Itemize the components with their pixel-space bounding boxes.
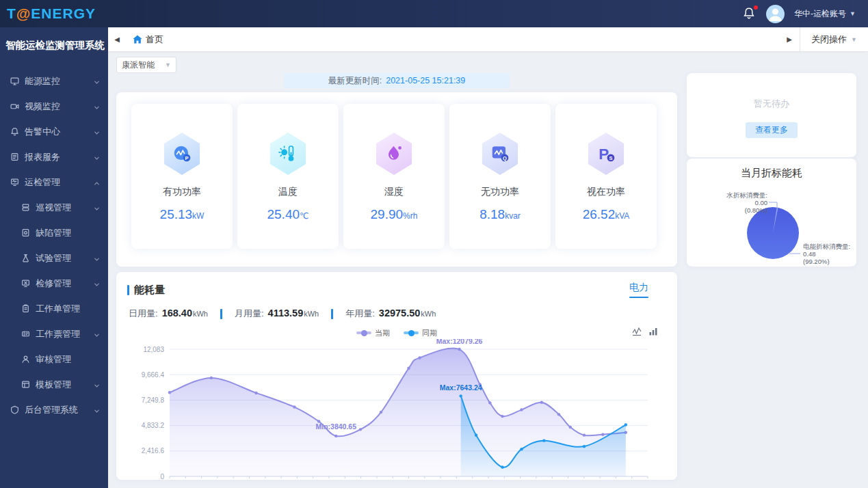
tabbar: ◀ 首页 ▶ 关闭操作 ▼ [108, 27, 868, 52]
logo-at: @ [16, 5, 31, 21]
sidebar-item-label: 运检管理 [25, 176, 60, 189]
sidebar-item-label: 后台管理系统 [25, 404, 78, 416]
template-manage-icon [21, 380, 30, 390]
chevron-down-icon [94, 77, 100, 87]
sidebar-item-ops-manage[interactable]: 运检管理 [0, 170, 108, 195]
ops-manage-icon [10, 178, 19, 187]
overview-panel: P有功功率25.13kW温度25.40℃湿度29.90%rhQ无功功率8.18k… [116, 92, 677, 267]
sidebar-item-label: 工作票管理 [36, 328, 80, 340]
y-axis-tick: 2,416.6 [142, 447, 165, 455]
reactive-power-icon: Q [480, 133, 520, 175]
account-menu[interactable]: 华中-运检账号 ▼ [794, 8, 856, 20]
metric-card-active-power: P有功功率25.13kW [131, 104, 233, 249]
y-axis-tick: 9,666.4 [142, 371, 165, 379]
logo-text: T [7, 5, 16, 21]
defect-manage-icon [21, 228, 30, 238]
active-power-icon: P [162, 133, 202, 175]
stat-separator [331, 309, 333, 319]
energy-monitor-icon [10, 77, 19, 86]
legend-label: 同期 [422, 328, 437, 338]
chart-annotation: Max:12079.26 [436, 339, 483, 345]
sidebar-item-worksheet-manage[interactable]: 工作单管理 [0, 296, 108, 321]
tabs-scroll-left-icon[interactable]: ◀ [108, 36, 126, 43]
metric-label: 无功功率 [481, 186, 519, 198]
app-header: T@ENERGY 华中-运检账号 ▼ [0, 0, 868, 27]
view-more-button[interactable]: 查看更多 [746, 122, 798, 138]
energy-title: 能耗量 [134, 284, 165, 297]
pie-label-water: 水折标消费量: [726, 191, 767, 199]
chart-legend: 当期同期 [116, 328, 677, 338]
metric-unit: kW [192, 211, 204, 221]
stat-separator [220, 309, 222, 319]
chart-type-toggles [632, 327, 658, 339]
sidebar-item-audit-manage[interactable]: 审核管理 [0, 347, 108, 372]
line-chart-toggle-icon[interactable] [632, 327, 642, 339]
temperature-icon [268, 133, 308, 175]
sidebar-item-label: 巡视管理 [36, 202, 71, 214]
update-time-value: 2021-05-25 15:21:39 [386, 76, 465, 85]
sidebar-item-template-manage[interactable]: 模板管理 [0, 372, 108, 397]
sidebar-item-test-manage[interactable]: 试验管理 [0, 245, 108, 271]
chart-annotation: Min:3840.65 [315, 422, 356, 431]
bar-chart-toggle-icon[interactable] [648, 327, 658, 339]
sidebar-item-label: 缺陷管理 [36, 227, 71, 239]
tab-home[interactable]: 首页 [126, 27, 170, 51]
site-select[interactable]: 康派智能 ▼ [116, 57, 176, 73]
metric-value: 26.52kVA [583, 207, 630, 222]
svg-text:P: P [185, 155, 188, 161]
chevron-down-icon [94, 330, 100, 340]
notification-dot [754, 5, 758, 10]
metric-value: 29.90%rh [371, 207, 418, 222]
avatar[interactable] [766, 5, 785, 23]
sidebar-item-label: 能源监控 [25, 75, 60, 87]
close-operations-label: 关闭操作 [811, 33, 847, 46]
y-axis-tick: 12,083 [143, 346, 164, 353]
admin-system-icon [10, 405, 19, 415]
chevron-down-icon: ▼ [851, 36, 857, 43]
sidebar-item-video-monitor[interactable]: 视频监控 [0, 94, 108, 119]
y-axis-tick: 4,833.2 [142, 422, 165, 429]
tab-electricity[interactable]: 电力 [629, 282, 648, 298]
stat-unit: kWh [421, 310, 436, 318]
sidebar-item-alarm-center[interactable]: 告警中心 [0, 119, 108, 144]
title-accent-bar [127, 285, 129, 295]
legend-item-同期[interactable]: 同期 [404, 328, 437, 338]
metric-value: 25.13kW [160, 207, 205, 222]
legend-label: 当期 [375, 328, 390, 338]
chevron-down-icon [94, 128, 100, 138]
pie-label-electricity: 电能折标消费量: [803, 243, 850, 250]
usage-stat: 月用量:4113.59kWh [235, 308, 319, 320]
metric-unit: kVA [615, 211, 629, 221]
tabs-scroll-right-icon[interactable]: ▶ [779, 36, 800, 43]
metric-card-apparent-power: PS视在功率26.52kVA [555, 104, 657, 249]
system-title: 智能运检监测管理系统 [0, 27, 108, 63]
legend-item-当期[interactable]: 当期 [356, 328, 390, 338]
stat-value: 32975.50 [379, 308, 420, 318]
site-select-value: 康派智能 [122, 59, 155, 71]
energy-title-row: 能耗量 电力 [116, 272, 677, 298]
chevron-down-icon: ▼ [850, 10, 856, 17]
sidebar-item-repair-manage[interactable]: 检修管理 [0, 271, 108, 296]
patrol-manage-icon [21, 203, 30, 213]
sidebar-item-defect-manage[interactable]: 缺陷管理 [0, 220, 108, 245]
metric-value: 8.18kvar [479, 207, 521, 222]
metric-unit: kvar [505, 211, 521, 221]
svg-text:S: S [609, 155, 612, 161]
chevron-down-icon [94, 280, 100, 290]
pie-label-electricity: 0.48 [803, 250, 816, 258]
sidebar-item-patrol-manage[interactable]: 巡视管理 [0, 195, 108, 220]
todo-empty-text: 暂无待办 [754, 98, 789, 110]
close-operations-dropdown[interactable]: 关闭操作 ▼ [800, 33, 868, 46]
sidebar-item-report-service[interactable]: 报表服务 [0, 144, 108, 170]
chevron-up-icon [94, 178, 100, 189]
chevron-down-icon [94, 103, 100, 113]
chevron-down-icon [94, 406, 100, 416]
stat-label: 年用量: [345, 308, 375, 318]
notification-bell-icon[interactable] [743, 7, 757, 21]
sidebar-item-energy-monitor[interactable]: 能源监控 [0, 68, 108, 94]
metric-value: 25.40℃ [267, 207, 308, 222]
sidebar-item-ticket-manage[interactable]: 工作票管理 [0, 321, 108, 347]
sidebar-item-admin-system[interactable]: 后台管理系统 [0, 397, 108, 422]
stat-unit: kWh [193, 310, 208, 318]
todo-card: 暂无待办 查看更多 [687, 73, 856, 157]
